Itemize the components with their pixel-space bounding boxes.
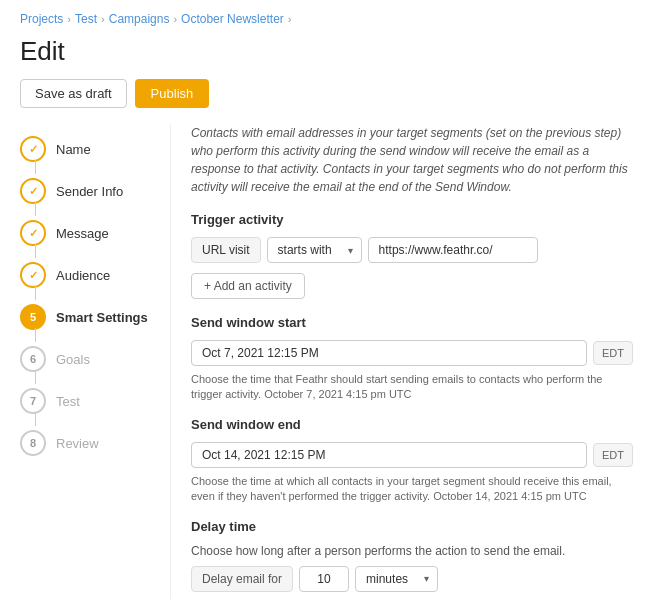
step-label-3: Message (56, 226, 109, 241)
step-label-4: Audience (56, 268, 110, 283)
delay-unit-select[interactable]: minutes hours days (356, 567, 437, 591)
step-circle-2: ✓ (20, 178, 46, 204)
delay-unit-select-wrapper: minutes hours days ▾ (355, 566, 438, 592)
breadcrumb-projects[interactable]: Projects (20, 12, 63, 26)
page-title: Edit (0, 32, 653, 79)
save-draft-button[interactable]: Save as draft (20, 79, 127, 108)
send-window-end-row: EDT (191, 442, 633, 468)
publish-button[interactable]: Publish (135, 79, 210, 108)
step-label-8: Review (56, 436, 99, 451)
breadcrumb-sep-1: › (67, 13, 71, 25)
step-circle-8: 8 (20, 430, 46, 456)
step-label-2: Sender Info (56, 184, 123, 199)
delay-time-description: Choose how long after a person performs … (191, 544, 633, 558)
step-name[interactable]: ✓ Name (20, 128, 170, 170)
toolbar: Save as draft Publish (0, 79, 653, 124)
send-window-start-helper: Choose the time that Feathr should start… (191, 372, 633, 403)
breadcrumb: Projects › Test › Campaigns › October Ne… (0, 0, 653, 32)
url-input[interactable] (368, 237, 538, 263)
intro-text: Contacts with email addresses in your ta… (191, 124, 633, 196)
step-circle-7: 7 (20, 388, 46, 414)
step-message[interactable]: ✓ Message (20, 212, 170, 254)
condition-select[interactable]: starts with contains equals (268, 238, 361, 262)
step-circle-3: ✓ (20, 220, 46, 246)
send-window-start-title: Send window start (191, 315, 633, 330)
steps-sidebar: ✓ Name ✓ Sender Info ✓ Message ✓ Audienc… (20, 124, 170, 599)
step-label-6: Goals (56, 352, 90, 367)
checkmark-icon-1: ✓ (29, 143, 38, 156)
send-window-start-row: EDT (191, 340, 633, 366)
trigger-row: URL visit starts with contains equals ▾ (191, 237, 633, 263)
delay-number-input[interactable] (299, 566, 349, 592)
step-circle-6: 6 (20, 346, 46, 372)
send-window-end-helper: Choose the time at which all contacts in… (191, 474, 633, 505)
step-sender-info[interactable]: ✓ Sender Info (20, 170, 170, 212)
step-number-7: 7 (30, 395, 36, 407)
step-circle-1: ✓ (20, 136, 46, 162)
step-audience[interactable]: ✓ Audience (20, 254, 170, 296)
main-layout: ✓ Name ✓ Sender Info ✓ Message ✓ Audienc… (0, 124, 653, 599)
step-circle-4: ✓ (20, 262, 46, 288)
breadcrumb-test[interactable]: Test (75, 12, 97, 26)
step-number-8: 8 (30, 437, 36, 449)
delay-prefix-label: Delay email for (191, 566, 293, 592)
step-goals[interactable]: 6 Goals (20, 338, 170, 380)
send-window-end-title: Send window end (191, 417, 633, 432)
url-visit-badge: URL visit (191, 237, 261, 263)
add-activity-button[interactable]: + Add an activity (191, 273, 305, 299)
delay-row: Delay email for minutes hours days ▾ (191, 566, 633, 592)
breadcrumb-sep-3: › (173, 13, 177, 25)
delay-time-section: Delay time Choose how long after a perso… (191, 519, 633, 592)
breadcrumb-october-newsletter[interactable]: October Newsletter (181, 12, 284, 26)
step-label-1: Name (56, 142, 91, 157)
condition-select-wrapper: starts with contains equals ▾ (267, 237, 362, 263)
content-area: Contacts with email addresses in your ta… (170, 124, 633, 599)
step-number-6: 6 (30, 353, 36, 365)
step-test[interactable]: 7 Test (20, 380, 170, 422)
send-window-start-timezone: EDT (593, 341, 633, 365)
delay-time-title: Delay time (191, 519, 633, 534)
step-number-5: 5 (30, 311, 36, 323)
step-label-5: Smart Settings (56, 310, 148, 325)
step-label-7: Test (56, 394, 80, 409)
step-circle-5: 5 (20, 304, 46, 330)
trigger-activity-title: Trigger activity (191, 212, 633, 227)
send-window-end-input[interactable] (191, 442, 587, 468)
breadcrumb-sep-2: › (101, 13, 105, 25)
breadcrumb-sep-4: › (288, 13, 292, 25)
step-smart-settings[interactable]: 5 Smart Settings (20, 296, 170, 338)
breadcrumb-campaigns[interactable]: Campaigns (109, 12, 170, 26)
checkmark-icon-4: ✓ (29, 269, 38, 282)
step-review[interactable]: 8 Review (20, 422, 170, 464)
checkmark-icon-3: ✓ (29, 227, 38, 240)
send-window-start-input[interactable] (191, 340, 587, 366)
checkmark-icon-2: ✓ (29, 185, 38, 198)
send-window-end-timezone: EDT (593, 443, 633, 467)
